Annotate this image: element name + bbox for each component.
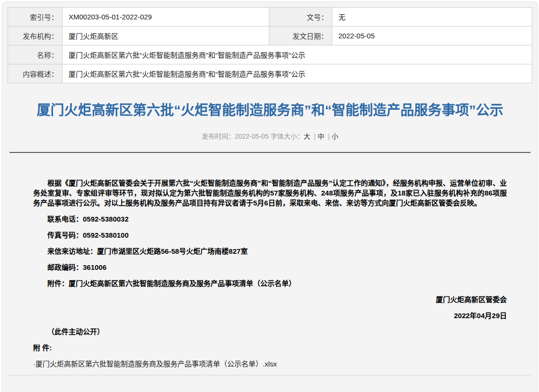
index-number-label: 索引号： xyxy=(8,8,62,27)
attachments-section: 附 件: ·厦门火炬高新区第六批智能制造服务商及服务产品事项清单（公示名单）.x… xyxy=(2,343,538,369)
disclosure-note: （此件主动公开） xyxy=(33,327,507,337)
attachment-note: 附件：厦门火炬高新区第六批智能制造服务商及服务产品事项清单（公示名单） xyxy=(33,278,507,288)
document-meta-table: 索引号： XM00203-05-01-2022-029 文号： 无 发布机构： … xyxy=(8,7,532,83)
summary-value: 厦门火炬高新区第六批“火炬智能制造服务商”和“智能制造产品服务事项”公示 xyxy=(62,64,532,83)
font-size-small-link[interactable]: 小 xyxy=(332,133,338,140)
attachment-xlsx-link[interactable]: ·厦门火炬高新区第六批智能制造服务商及服务产品事项清单（公示名单）.xlsx xyxy=(33,359,507,369)
doc-number-value: 无 xyxy=(332,8,532,27)
table-row: 索引号： XM00203-05-01-2022-029 文号： 无 xyxy=(8,8,532,27)
contact-phone: 联系电话：0592-5380032 xyxy=(33,214,507,224)
table-row: 名称： 厦门火炬高新区第六批“火炬智能制造服务商”和“智能制造产品服务事项”公示 xyxy=(8,45,532,64)
publish-meta-line: 发布时间：2022-05-05 字体大小：大 |中 |小 xyxy=(2,131,538,141)
issuing-agency-label: 发布机构： xyxy=(8,27,62,45)
attachments-heading: 附 件: xyxy=(33,343,507,353)
dashed-divider xyxy=(9,375,530,375)
name-label: 名称： xyxy=(8,45,62,64)
contact-address: 来信来访地址：厦门市湖里区火炬路56-58号火炬广场南楼827室 xyxy=(33,246,507,256)
publish-time-text: 发布时间：2022-05-05 字体大小： xyxy=(202,133,304,140)
separator: | xyxy=(328,133,330,140)
issue-date-label: 发文日期： xyxy=(269,27,332,45)
table-row: 内容概述： 厦门火炬高新区第六批“火炬智能制造服务商”和“智能制造产品服务事项”… xyxy=(8,64,532,83)
signature-agency: 厦门火炬高新区管委会 xyxy=(33,294,507,304)
table-row: 发布机构： 厦门火炬高新区 发文日期： 2022-05-05 xyxy=(8,27,532,45)
index-number-value: XM00203-05-01-2022-029 xyxy=(62,8,269,27)
name-value: 厦门火炬高新区第六批“火炬智能制造服务商”和“智能制造产品服务事项”公示 xyxy=(62,45,532,64)
content-panel: 索引号： XM00203-05-01-2022-029 文号： 无 发布机构： … xyxy=(2,1,538,392)
summary-label: 内容概述： xyxy=(8,64,62,83)
font-size-medium-link[interactable]: 中 xyxy=(318,133,324,140)
separator: | xyxy=(314,133,316,140)
postal-code: 邮政编码：361006 xyxy=(33,262,507,272)
signature-date: 2022年04月29日 xyxy=(33,311,507,321)
font-size-large-link[interactable]: 大 xyxy=(304,133,310,140)
main-paragraph: 根据《厦门火炬高新区管委会关于开展第六批“火炬智能制造服务商”和“智能制造产品服… xyxy=(33,178,507,208)
issue-date-value: 2022-05-05 xyxy=(332,27,532,45)
contact-fax: 传真号码：0592-5380100 xyxy=(33,230,507,240)
article-body: 根据《厦门火炬高新区管委会关于开展第六批“火炬智能制造服务商”和“智能制造产品服… xyxy=(2,153,538,337)
issuing-agency-value: 厦门火炬高新区 xyxy=(62,27,269,45)
page-title: 厦门火炬高新区第六批“火炬智能制造服务商”和“智能制造产品服务事项”公示 xyxy=(27,101,513,120)
doc-number-label: 文号： xyxy=(269,8,332,27)
